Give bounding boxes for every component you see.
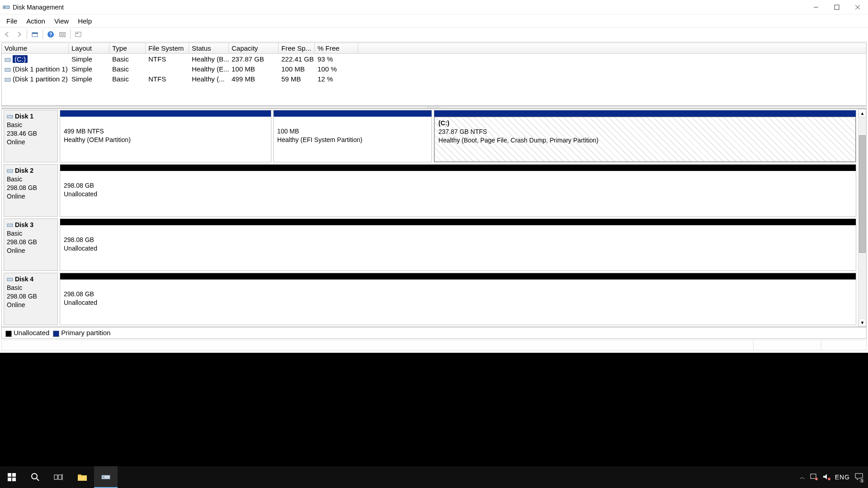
minimize-button[interactable] — [806, 0, 826, 14]
svg-rect-1 — [4, 7, 5, 8]
forward-button[interactable] — [14, 29, 24, 40]
col-type[interactable]: Type — [109, 43, 146, 53]
scroll-thumb[interactable] — [859, 135, 866, 253]
disk-info[interactable]: Disk 1Basic238.46 GBOnline — [4, 110, 58, 162]
network-icon[interactable]: x — [810, 473, 818, 482]
svg-rect-10 — [60, 33, 65, 37]
col-capacity[interactable]: Capacity — [229, 43, 279, 53]
partition-box[interactable]: 100 MBHealthy (EFI System Partition) — [273, 110, 432, 162]
svg-rect-20 — [7, 224, 13, 227]
partition-box[interactable]: 499 MB NTFSHealthy (OEM Partition) — [60, 110, 271, 162]
volume-row[interactable]: (Disk 1 partition 1)SimpleBasicHealthy (… — [2, 64, 866, 74]
language-indicator[interactable]: ENG — [835, 474, 850, 481]
legend: Unallocated Primary partition — [1, 327, 867, 339]
partition-box[interactable]: 298.08 GBUnallocated — [60, 218, 856, 271]
system-tray: ︿ x x ENG 3 — [800, 473, 868, 482]
partition-header — [434, 110, 856, 117]
unallocated-swatch — [5, 331, 12, 337]
refresh-button[interactable] — [29, 29, 40, 40]
svg-rect-29 — [58, 475, 62, 479]
partition-body: 499 MB NTFSHealthy (OEM Partition) — [60, 117, 271, 162]
menu-view[interactable]: View — [50, 16, 73, 26]
partition-body: (C:)237.87 GB NTFSHealthy (Boot, Page Fi… — [434, 117, 856, 162]
menu-action[interactable]: Action — [22, 16, 50, 26]
partition-header — [60, 273, 856, 280]
toolbar: ? — [0, 27, 868, 42]
disk-row: Disk 3Basic298.08 GBOnline 298.08 GBUnal… — [4, 218, 856, 271]
menu-file[interactable]: File — [2, 16, 22, 26]
col-status[interactable]: Status — [189, 43, 229, 53]
svg-rect-31 — [78, 475, 87, 481]
partition-box[interactable]: 298.08 GBUnallocated — [60, 164, 856, 217]
volume-row[interactable]: (C:)SimpleBasicNTFSHealthy (B...237.87 G… — [2, 54, 866, 64]
volume-row[interactable]: (Disk 1 partition 2)SimpleBasicNTFSHealt… — [2, 74, 866, 84]
svg-rect-25 — [12, 478, 16, 481]
col-pctfree[interactable]: % Free — [315, 43, 358, 53]
status-bar — [1, 340, 867, 351]
svg-rect-3 — [835, 5, 839, 9]
svg-rect-32 — [78, 474, 81, 476]
scroll-up-button[interactable]: ▲ — [859, 109, 866, 117]
partition-header — [60, 165, 856, 171]
partition-body: 298.08 GBUnallocated — [60, 171, 856, 216]
taskbar: ︿ x x ENG 3 — [0, 466, 868, 488]
window-controls — [806, 0, 868, 14]
toolbar-separator — [43, 29, 43, 39]
disk-graphical-view: Disk 1Basic238.46 GBOnline 499 MB NTFSHe… — [1, 109, 867, 327]
legend-primary: Primary partition — [53, 329, 110, 336]
partition-body: 298.08 GBUnallocated — [60, 225, 856, 270]
svg-rect-13 — [76, 32, 81, 37]
svg-rect-28 — [54, 475, 57, 479]
close-button[interactable] — [847, 0, 868, 14]
svg-rect-7 — [32, 33, 38, 34]
toolbar-separator — [70, 29, 71, 39]
disk-row: Disk 1Basic238.46 GBOnline 499 MB NTFSHe… — [4, 110, 856, 162]
scroll-down-button[interactable]: ▼ — [859, 318, 866, 327]
primary-swatch — [53, 331, 59, 337]
partition-header — [60, 110, 271, 117]
svg-rect-16 — [5, 68, 10, 71]
svg-rect-24 — [8, 478, 11, 481]
legend-unallocated: Unallocated — [5, 329, 49, 336]
col-freespace[interactable]: Free Sp... — [279, 43, 315, 53]
partition-box[interactable]: (C:)237.87 GB NTFSHealthy (Boot, Page Fi… — [434, 110, 856, 162]
back-button[interactable] — [2, 29, 13, 40]
col-layout[interactable]: Layout — [69, 43, 109, 53]
vertical-scrollbar[interactable]: ▲ ▼ — [858, 109, 866, 327]
app-icon — [3, 4, 10, 11]
properties-button[interactable] — [73, 29, 84, 40]
menu-help[interactable]: Help — [73, 16, 96, 26]
volume-icon[interactable]: x — [822, 473, 830, 482]
disk-info[interactable]: Disk 2Basic298.08 GBOnline — [4, 164, 58, 217]
partition-body: 100 MBHealthy (EFI System Partition) — [274, 117, 432, 162]
svg-rect-17 — [5, 78, 10, 81]
help-button[interactable]: ? — [45, 29, 56, 40]
menu-bar: File Action View Help — [0, 14, 868, 27]
task-view-button[interactable] — [47, 466, 71, 488]
partition-box[interactable]: 298.08 GBUnallocated — [60, 273, 856, 325]
maximize-button[interactable] — [826, 0, 847, 14]
svg-rect-23 — [12, 473, 16, 477]
settings-button[interactable] — [57, 29, 68, 40]
svg-rect-19 — [7, 170, 13, 172]
svg-rect-21 — [7, 278, 13, 281]
svg-text:?: ? — [49, 32, 52, 37]
volume-list-header[interactable]: Volume Layout Type File System Status Ca… — [2, 43, 866, 54]
search-button[interactable] — [24, 466, 47, 488]
svg-rect-14 — [76, 33, 78, 34]
col-volume[interactable]: Volume — [2, 43, 69, 53]
volume-list[interactable]: Volume Layout Type File System Status Ca… — [1, 43, 867, 106]
toolbar-separator — [27, 29, 27, 39]
partition-body: 298.08 GBUnallocated — [60, 280, 856, 325]
tray-overflow-icon[interactable]: ︿ — [800, 474, 805, 481]
file-explorer-button[interactable] — [71, 466, 94, 488]
action-center-icon[interactable]: 3 — [854, 473, 863, 482]
svg-rect-22 — [8, 473, 11, 477]
disk-info[interactable]: Disk 3Basic298.08 GBOnline — [4, 218, 58, 271]
col-filesystem[interactable]: File System — [146, 43, 189, 53]
svg-line-27 — [37, 479, 39, 481]
start-button[interactable] — [0, 466, 24, 488]
disk-management-taskbar-button[interactable] — [94, 466, 118, 488]
disk-info[interactable]: Disk 4Basic298.08 GBOnline — [4, 273, 58, 325]
svg-rect-35 — [811, 474, 816, 479]
